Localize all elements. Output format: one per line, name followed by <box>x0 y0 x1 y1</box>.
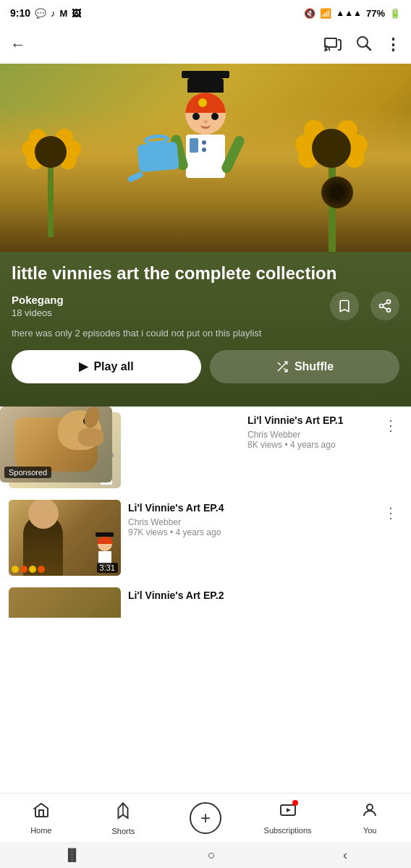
svg-line-7 <box>383 307 387 309</box>
nav-item-you[interactable]: You <box>329 793 411 842</box>
home-label: Home <box>30 826 51 835</box>
status-indicators: 🔇 📶 ▲▲▲ 77% 🔋 <box>304 8 401 19</box>
play-all-label: Play all <box>93 360 133 373</box>
share-button[interactable] <box>370 292 399 320</box>
subscriptions-label: Subscriptions <box>264 826 312 835</box>
playlist-title: little vinnies art the complete collecti… <box>12 263 399 284</box>
play-all-button[interactable]: ▶ Play all <box>12 350 201 383</box>
playlist-action-icons <box>330 292 399 320</box>
channel-info: Pokegang 18 videos <box>12 294 64 318</box>
add-button[interactable]: + <box>190 802 221 834</box>
nav-item-shorts[interactable]: Shorts <box>82 793 165 842</box>
svg-point-1 <box>324 49 326 51</box>
hero-image <box>0 64 411 252</box>
top-nav: ← ⋮ <box>0 26 411 64</box>
battery-display: 77% <box>366 8 385 19</box>
video-duration-2: 3:31 <box>97 563 118 573</box>
hero-section: little vinnies art the complete collecti… <box>0 64 411 407</box>
notification-dot <box>292 800 298 806</box>
shuffle-label: Shuffle <box>295 360 334 373</box>
shuffle-icon <box>276 360 289 373</box>
playlist-info: little vinnies art the complete collecti… <box>0 252 411 389</box>
video-title-1: Li'l Vinnie's Art EP.1 <box>247 414 372 427</box>
you-icon <box>361 801 378 823</box>
video-item: Sponsored Li'l Vinnie's Art EP.1 Chris W… <box>0 407 411 494</box>
share-icon <box>378 299 392 313</box>
svg-point-5 <box>380 304 384 307</box>
nav-item-home[interactable]: Home <box>0 793 82 842</box>
sponsored-badge: Sponsored <box>4 467 51 478</box>
video-info-3: Li'l Vinnie's Art EP.2 <box>128 587 402 605</box>
more-options-button[interactable]: ⋮ <box>385 35 401 54</box>
cast-icon <box>324 34 342 51</box>
playlist-meta: Pokegang 18 videos <box>12 292 399 320</box>
channel-name: Pokegang <box>12 294 64 306</box>
video-title-3: Li'l Vinnie's Art EP.2 <box>128 589 402 602</box>
svg-line-3 <box>367 46 371 51</box>
time-display: 9:10 <box>10 7 30 19</box>
video-meta-2: Chris Webber 97K views • 4 years ago <box>128 517 372 537</box>
search-icon <box>355 34 372 51</box>
status-time: 9:10 💬 ♪ M 🖼 <box>10 7 81 19</box>
playlist-buttons: ▶ Play all Shuffle <box>12 350 399 383</box>
system-nav-bar: ▐▌ ○ ‹ <box>0 842 411 868</box>
shorts-icon <box>114 801 132 824</box>
svg-point-4 <box>387 299 391 303</box>
video-title-2: Li'l Vinnie's Art EP.4 <box>128 501 372 514</box>
play-icon: ▶ <box>79 359 88 373</box>
video-more-button-2[interactable]: ⋮ <box>379 500 402 523</box>
nav-item-subscriptions[interactable]: Subscriptions <box>247 793 329 842</box>
shuffle-button[interactable]: Shuffle <box>210 350 399 383</box>
messenger-icon: 💬 <box>35 8 46 19</box>
subscriptions-icon <box>279 801 297 823</box>
status-bar: 9:10 💬 ♪ M 🖼 🔇 📶 ▲▲▲ 77% 🔋 <box>0 0 411 26</box>
video-thumbnail-3[interactable] <box>9 587 121 618</box>
svg-line-8 <box>383 302 387 305</box>
home-icon <box>33 801 50 823</box>
back-button[interactable]: ← <box>10 35 26 54</box>
video-more-button-1[interactable]: ⋮ <box>379 412 402 435</box>
svg-point-6 <box>387 308 391 312</box>
shorts-label: Shorts <box>111 827 135 835</box>
bookmark-icon <box>337 299 352 313</box>
battery-icon: 🔋 <box>389 8 401 19</box>
mute-icon: 🔇 <box>304 8 315 19</box>
cast-button[interactable] <box>324 34 342 56</box>
search-button[interactable] <box>355 34 372 56</box>
video-meta-1: Chris Webber 8K views • 4 years ago <box>247 430 372 450</box>
back-system-button[interactable]: ‹ <box>343 848 347 863</box>
home-system-button[interactable]: ○ <box>208 848 216 863</box>
svg-marker-13 <box>287 808 291 812</box>
you-label: You <box>363 826 377 835</box>
save-button[interactable] <box>330 292 359 320</box>
video-info-1: Li'l Vinnie's Art EP.1 Chris Webber 8K v… <box>247 412 372 450</box>
gmail-icon: M <box>60 8 68 19</box>
recent-apps-button[interactable]: ▐▌ <box>64 848 80 861</box>
playlist-description: there was only 2 episodes that i could n… <box>12 328 399 339</box>
video-thumbnail-2[interactable]: 3:31 <box>9 500 121 576</box>
video-item-3: Li'l Vinnie's Art EP.2 <box>0 582 411 618</box>
svg-line-11 <box>278 362 281 365</box>
video-item-2: 3:31 Li'l Vinnie's Art EP.4 Chris Webber… <box>0 494 411 582</box>
sponsored-ad-overlay[interactable]: Sponsored <box>0 407 112 482</box>
video-list: Sponsored Li'l Vinnie's Art EP.1 Chris W… <box>0 407 411 719</box>
nav-item-add[interactable]: + <box>164 793 247 842</box>
tiktok-icon: ♪ <box>51 8 56 19</box>
svg-point-14 <box>367 804 373 810</box>
bottom-nav: Home Shorts + Subscriptions <box>0 793 411 842</box>
nav-icons-right: ⋮ <box>324 34 401 56</box>
wifi-icon: 📶 <box>320 8 331 19</box>
video-count: 18 videos <box>12 307 64 318</box>
video-info-2: Li'l Vinnie's Art EP.4 Chris Webber 97K … <box>128 500 372 537</box>
photos-icon: 🖼 <box>72 8 81 19</box>
signal-icon: ▲▲▲ <box>336 8 362 18</box>
